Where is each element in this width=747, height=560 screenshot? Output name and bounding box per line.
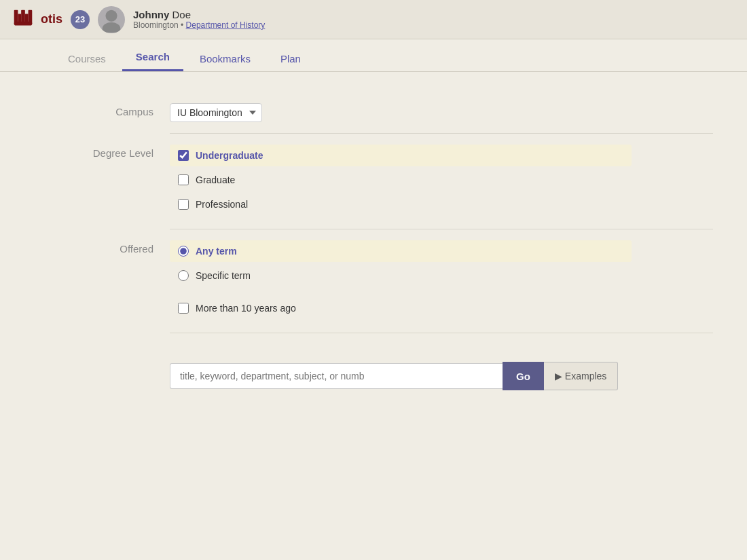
degree-level-control: Undergraduate Graduate Professional <box>170 145 713 218</box>
campus-label: Campus <box>34 103 170 117</box>
svg-rect-5 <box>25 14 29 22</box>
degree-graduate-label: Graduate <box>196 174 235 185</box>
campus-row: Campus IU Bloomington IUPUI IU South Ben… <box>34 92 713 133</box>
degree-professional-row: Professional <box>170 193 713 215</box>
iu-logo <box>11 7 35 32</box>
svg-rect-3 <box>14 21 33 25</box>
notification-badge[interactable]: 23 <box>71 10 90 29</box>
degree-undergraduate-row: Undergraduate <box>170 145 632 166</box>
offered-specificterm-row: Specific term <box>170 265 713 286</box>
main-content: Campus IU Bloomington IUPUI IU South Ben… <box>34 72 713 422</box>
examples-label: Examples <box>565 371 606 381</box>
more-than-label: More than 10 years ago <box>196 303 296 314</box>
app-header: otis 23 Johnny Doe Bloomington • Departm… <box>0 0 747 39</box>
department-link[interactable]: Department of History <box>186 20 266 30</box>
degree-level-label: Degree Level <box>34 145 170 159</box>
svg-rect-4 <box>18 14 21 22</box>
user-details: Bloomington • Department of History <box>133 20 265 30</box>
offered-anyterm-row: Any term <box>170 240 632 262</box>
campus-control: IU Bloomington IUPUI IU South Bend IU Ea… <box>170 103 713 122</box>
examples-arrow: ▶ <box>555 371 562 381</box>
search-control: Go ▶ Examples <box>170 355 713 390</box>
degree-graduate-row: Graduate <box>170 169 713 191</box>
degree-professional-label: Professional <box>196 199 248 210</box>
search-row: Go ▶ Examples <box>34 344 713 401</box>
svg-point-7 <box>103 22 121 32</box>
offered-label: Offered <box>34 240 170 255</box>
offered-anyterm-label: Any term <box>196 246 237 257</box>
offered-row: Offered Any term Specific term More than… <box>34 229 713 333</box>
tab-plan[interactable]: Plan <box>267 46 314 71</box>
offered-anyterm-radio[interactable] <box>178 246 189 257</box>
nav-tabs: Courses Search Bookmarks Plan <box>0 39 747 72</box>
offered-specificterm-radio[interactable] <box>178 270 189 281</box>
more-than-row: More than 10 years ago <box>170 297 713 319</box>
offered-control: Any term Specific term More than 10 year… <box>170 240 713 322</box>
degree-undergraduate-checkbox[interactable] <box>178 150 189 161</box>
user-name: Johnny Doe <box>133 9 265 20</box>
avatar <box>98 6 125 33</box>
go-button[interactable]: Go <box>503 362 544 390</box>
campus-select[interactable]: IU Bloomington IUPUI IU South Bend IU Ea… <box>170 103 262 122</box>
more-than-checkbox[interactable] <box>178 303 189 314</box>
search-input[interactable] <box>170 363 503 389</box>
tab-courses[interactable]: Courses <box>54 46 120 71</box>
search-label-spacer <box>34 355 170 358</box>
degree-professional-checkbox[interactable] <box>178 199 189 210</box>
search-input-group: Go ▶ Examples <box>170 362 713 390</box>
user-info: Johnny Doe Bloomington • Department of H… <box>133 9 265 30</box>
tab-search[interactable]: Search <box>122 44 183 71</box>
degree-graduate-checkbox[interactable] <box>178 174 189 185</box>
degree-undergraduate-label: Undergraduate <box>196 150 263 161</box>
svg-point-6 <box>105 10 117 21</box>
examples-button[interactable]: ▶ Examples <box>544 362 618 390</box>
logo-area: otis <box>11 7 62 32</box>
degree-level-row: Degree Level Undergraduate Graduate Prof… <box>34 134 713 229</box>
app-name: otis <box>41 12 62 26</box>
divider-3 <box>170 333 713 333</box>
tab-bookmarks[interactable]: Bookmarks <box>186 46 264 71</box>
offered-specificterm-label: Specific term <box>196 270 251 281</box>
